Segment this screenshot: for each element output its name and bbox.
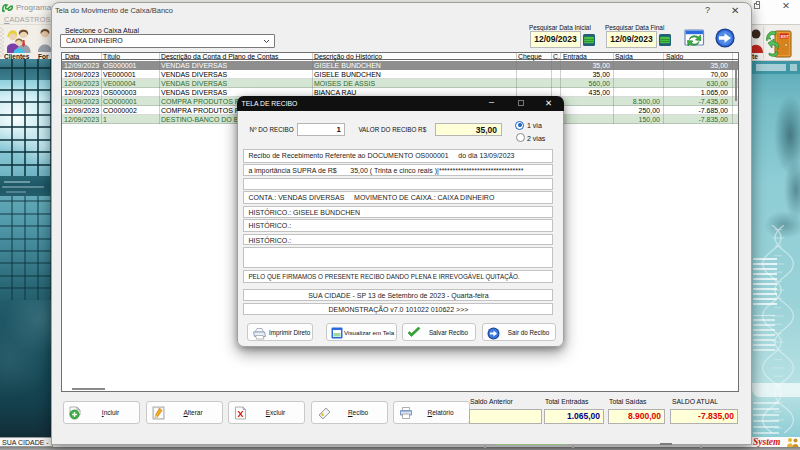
svg-text:EXIT: EXIT [781, 35, 790, 39]
